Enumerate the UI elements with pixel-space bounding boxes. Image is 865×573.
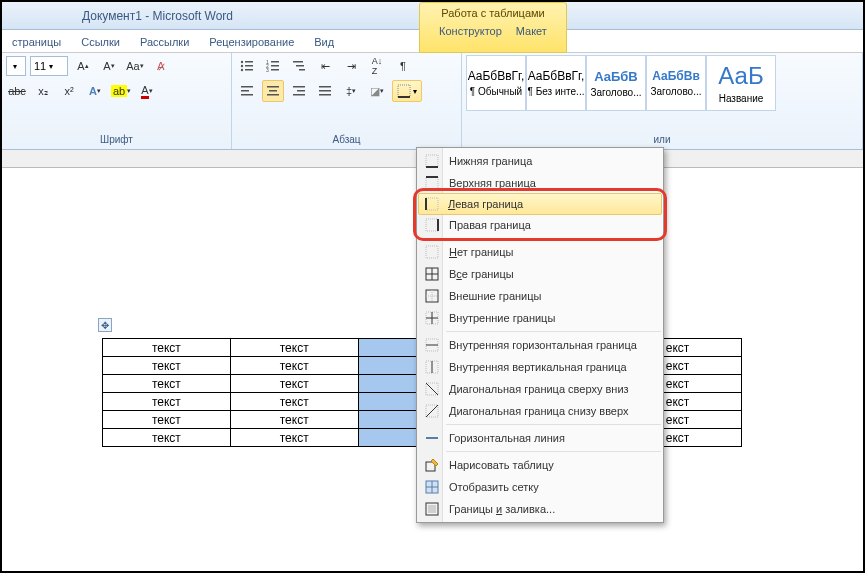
menu-border-diag-up[interactable]: Диагональная граница снизу вверх <box>419 400 661 422</box>
svg-rect-19 <box>269 90 277 92</box>
multilevel-list-button[interactable] <box>288 55 310 77</box>
style-no-spacing[interactable]: АаБбВвГг,¶ Без инте... <box>526 55 586 111</box>
svg-text:3: 3 <box>266 67 269 73</box>
tab-table-design[interactable]: Конструктор <box>439 25 502 37</box>
group-font-label: Шрифт <box>6 132 227 147</box>
borders-dropdown-menu: Нижняя граница Верхняя граница Левая гра… <box>416 147 664 523</box>
border-none-icon <box>423 244 441 260</box>
grow-font-button[interactable]: A▴ <box>72 55 94 77</box>
menu-border-inside-h[interactable]: Внутренняя горизонтальная граница <box>419 334 661 356</box>
text-effects-button[interactable]: A▾ <box>84 80 106 102</box>
font-family-combo[interactable]: ▾ <box>6 56 26 76</box>
strikethrough-button[interactable]: abc <box>6 80 28 102</box>
svg-rect-27 <box>398 85 410 97</box>
menu-horizontal-line[interactable]: Горизонтальная линия <box>419 427 661 449</box>
tab-references[interactable]: Ссылки <box>71 32 130 52</box>
border-inside-icon <box>423 310 441 326</box>
increase-indent-button[interactable]: ⇥ <box>340 55 362 77</box>
svg-rect-61 <box>428 505 436 513</box>
border-inside-v-icon <box>423 359 441 375</box>
tab-review[interactable]: Рецензирование <box>199 32 304 52</box>
svg-rect-13 <box>296 65 304 67</box>
svg-rect-18 <box>267 86 279 88</box>
shrink-font-button[interactable]: A▾ <box>98 55 120 77</box>
svg-rect-20 <box>267 94 279 96</box>
menu-border-none[interactable]: Нет границы <box>419 241 661 263</box>
svg-rect-5 <box>245 69 253 71</box>
border-all-icon <box>423 266 441 282</box>
menu-border-left[interactable]: Левая граница <box>418 193 662 215</box>
menu-border-diag-down[interactable]: Диагональная граница сверху вниз <box>419 378 661 400</box>
show-marks-button[interactable]: ¶ <box>392 55 414 77</box>
border-outside-icon <box>423 288 441 304</box>
table-move-handle[interactable]: ✥ <box>98 318 112 332</box>
tab-page-layout[interactable]: страницы <box>2 32 71 52</box>
style-heading1[interactable]: АаБбВЗаголово... <box>586 55 646 111</box>
group-paragraph-label: Абзац <box>236 132 457 147</box>
ribbon-tabs: страницы Ссылки Рассылки Рецензирование … <box>2 30 863 53</box>
superscript-button[interactable]: x² <box>58 80 80 102</box>
group-paragraph: 123 ⇤ ⇥ A↓Z ¶ ‡▾ ◪▾ ▾ Абзац <box>232 53 462 149</box>
draw-table-icon <box>423 457 441 473</box>
border-top-icon <box>423 175 441 191</box>
tab-view[interactable]: Вид <box>304 32 344 52</box>
menu-border-bottom[interactable]: Нижняя граница <box>419 150 661 172</box>
svg-point-4 <box>241 69 243 71</box>
window-title: Документ1 - Microsoft Word <box>82 9 233 23</box>
numbering-button[interactable]: 123 <box>262 55 284 77</box>
svg-point-2 <box>241 65 243 67</box>
svg-line-52 <box>426 383 438 395</box>
svg-rect-14 <box>299 69 305 71</box>
menu-border-all[interactable]: Все границы <box>419 263 661 285</box>
subscript-button[interactable]: x₂ <box>32 80 54 102</box>
tab-mailings[interactable]: Рассылки <box>130 32 199 52</box>
align-left-button[interactable] <box>236 80 258 102</box>
borders-split-button[interactable]: ▾ <box>392 80 422 102</box>
svg-rect-35 <box>426 219 438 231</box>
svg-rect-9 <box>271 65 279 67</box>
align-center-button[interactable] <box>262 80 284 102</box>
menu-border-inside-v[interactable]: Внутренняя вертикальная граница <box>419 356 661 378</box>
group-styles-label: или <box>466 132 858 147</box>
highlight-button[interactable]: ab▾ <box>110 80 132 102</box>
table-tools-contextual: Работа с таблицами Конструктор Макет <box>419 2 567 53</box>
svg-rect-11 <box>271 69 279 71</box>
align-right-button[interactable] <box>288 80 310 102</box>
svg-rect-17 <box>241 94 253 96</box>
border-inside-h-icon <box>423 337 441 353</box>
style-heading2[interactable]: АаБбВвЗаголово... <box>646 55 706 111</box>
svg-rect-1 <box>245 61 253 63</box>
svg-rect-37 <box>426 246 438 258</box>
line-spacing-button[interactable]: ‡▾ <box>340 80 362 102</box>
borders-shading-icon <box>423 501 441 517</box>
svg-line-54 <box>426 405 438 417</box>
change-case-button[interactable]: Aa▾ <box>124 55 146 77</box>
justify-button[interactable] <box>314 80 336 102</box>
font-color-button[interactable]: A▾ <box>136 80 158 102</box>
style-title[interactable]: АаБНазвание <box>706 55 776 111</box>
svg-rect-7 <box>271 61 279 63</box>
border-left-icon <box>423 196 441 212</box>
bullets-button[interactable] <box>236 55 258 77</box>
shading-button[interactable]: ◪▾ <box>366 80 388 102</box>
menu-border-right[interactable]: Правая граница <box>419 214 661 236</box>
svg-rect-23 <box>293 94 305 96</box>
sort-button[interactable]: A↓Z <box>366 55 388 77</box>
menu-border-top[interactable]: Верхняя граница <box>419 172 661 194</box>
tab-table-layout[interactable]: Макет <box>516 25 547 37</box>
menu-border-outside[interactable]: Внешние границы <box>419 285 661 307</box>
menu-border-inside[interactable]: Внутренние границы <box>419 307 661 329</box>
clear-formatting-button[interactable]: A̷ <box>150 55 172 77</box>
menu-view-gridlines[interactable]: Отобразить сетку <box>419 476 661 498</box>
border-diag-down-icon <box>423 381 441 397</box>
svg-rect-33 <box>426 198 438 210</box>
style-normal[interactable]: АаБбВвГг,¶ Обычный <box>466 55 526 111</box>
decrease-indent-button[interactable]: ⇤ <box>314 55 336 77</box>
svg-point-0 <box>241 61 243 63</box>
menu-draw-table[interactable]: Нарисовать таблицу <box>419 454 661 476</box>
border-diag-up-icon <box>423 403 441 419</box>
menu-borders-and-shading[interactable]: Границы и заливка... <box>419 498 661 520</box>
svg-rect-21 <box>293 86 305 88</box>
svg-rect-15 <box>241 86 253 88</box>
font-size-combo[interactable]: 11▾ <box>30 56 68 76</box>
